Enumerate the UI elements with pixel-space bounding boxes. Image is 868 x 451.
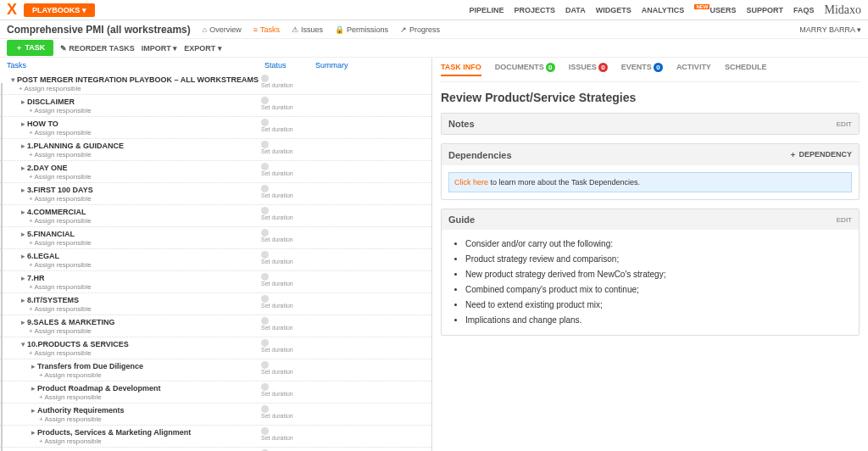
detail-tab-task-info[interactable]: TASK INFO <box>441 63 481 76</box>
status-dot[interactable] <box>261 251 269 259</box>
assign-responsible[interactable]: + Assign responsible <box>19 261 261 269</box>
set-duration[interactable]: Set duration <box>261 214 293 220</box>
tab-tasks[interactable]: ≡ Tasks <box>253 25 280 34</box>
detail-tab-activity[interactable]: ACTIVITY <box>676 63 711 76</box>
detail-tab-events[interactable]: EVENTS0 <box>621 63 663 76</box>
expand-icon[interactable]: ▸ <box>29 384 37 393</box>
task-row[interactable]: ▸9.SALES & MARKETING+ Assign responsible… <box>0 315 431 337</box>
set-duration[interactable]: Set duration <box>261 126 293 132</box>
assign-responsible[interactable]: + Assign responsible <box>19 305 261 313</box>
detail-tab-issues[interactable]: ISSUES0 <box>569 63 608 76</box>
expand-icon[interactable]: ▸ <box>29 428 37 437</box>
set-duration[interactable]: Set duration <box>261 347 293 353</box>
deps-learn-link[interactable]: Click here <box>454 178 488 187</box>
assign-responsible[interactable]: + Assign responsible <box>19 195 261 203</box>
task-row[interactable]: ▸DISCLAIMER+ Assign responsibleSet durat… <box>0 95 431 117</box>
set-duration[interactable]: Set duration <box>261 148 293 154</box>
expand-icon[interactable]: ▸ <box>19 296 27 304</box>
set-duration[interactable]: Set duration <box>261 170 293 176</box>
task-row[interactable]: ▾Product/Service Strategy+ Assign respon… <box>0 448 431 451</box>
expand-icon[interactable]: ▾ <box>19 340 27 348</box>
status-dot[interactable] <box>261 163 269 170</box>
set-duration[interactable]: Set duration <box>261 325 293 331</box>
status-dot[interactable] <box>261 185 269 192</box>
set-duration[interactable]: Set duration <box>261 281 293 287</box>
assign-responsible[interactable]: + Assign responsible <box>29 437 261 445</box>
tab-permissions[interactable]: 🔒 Permissions <box>335 25 388 34</box>
detail-tab-schedule[interactable]: SCHEDULE <box>725 63 767 76</box>
status-dot[interactable] <box>261 141 269 148</box>
col-tasks[interactable]: Tasks <box>7 61 264 70</box>
status-dot[interactable] <box>261 339 269 347</box>
task-row[interactable]: ▸3.FIRST 100 DAYS+ Assign responsibleSet… <box>0 183 431 205</box>
expand-icon[interactable]: ▸ <box>19 252 27 260</box>
set-duration[interactable]: Set duration <box>261 391 293 397</box>
set-duration[interactable]: Set duration <box>261 82 293 88</box>
tab-issues[interactable]: ⚠ Issues <box>292 25 323 34</box>
expand-icon[interactable]: ▸ <box>19 142 27 150</box>
expand-icon[interactable]: ▸ <box>29 406 37 415</box>
task-row[interactable]: ▸4.COMMERCIAL+ Assign responsibleSet dur… <box>0 205 431 227</box>
expand-icon[interactable]: ▸ <box>29 362 37 370</box>
col-status[interactable]: Status <box>264 61 315 70</box>
status-dot[interactable] <box>261 295 269 303</box>
status-dot[interactable] <box>261 97 269 104</box>
task-row[interactable]: ▸HOW TO+ Assign responsibleSet duration <box>0 117 431 139</box>
set-duration[interactable]: Set duration <box>261 435 293 441</box>
expand-icon[interactable]: ▸ <box>19 120 27 128</box>
status-dot[interactable] <box>261 119 269 126</box>
topnav-projects[interactable]: PROJECTS <box>515 6 556 14</box>
status-dot[interactable] <box>261 405 269 413</box>
import-button[interactable]: IMPORT ▾ <box>142 44 178 53</box>
assign-responsible[interactable]: + Assign responsible <box>19 107 261 114</box>
assign-responsible[interactable]: + Assign responsible <box>29 371 261 379</box>
expand-icon[interactable]: ▸ <box>19 164 27 172</box>
notes-edit-button[interactable]: EDIT <box>837 120 852 128</box>
status-dot[interactable] <box>261 427 269 435</box>
expand-icon[interactable]: ▸ <box>19 274 27 282</box>
assign-responsible[interactable]: + Assign responsible <box>19 239 261 247</box>
assign-responsible[interactable]: + Assign responsible <box>19 327 261 335</box>
topnav-pipeline[interactable]: PIPELINE <box>470 6 504 14</box>
set-duration[interactable]: Set duration <box>261 413 293 419</box>
task-row[interactable]: ▾POST MERGER INTEGRATION PLAYBOOK – ALL … <box>0 73 431 95</box>
task-row[interactable]: ▸6.LEGAL+ Assign responsibleSet duration <box>0 249 431 271</box>
task-row[interactable]: ▸8.IT/SYSTEMS+ Assign responsibleSet dur… <box>0 293 431 315</box>
set-duration[interactable]: Set duration <box>261 303 293 309</box>
assign-responsible[interactable]: + Assign responsible <box>29 415 261 423</box>
tab-overview[interactable]: ⌂ Overview <box>203 25 242 34</box>
assign-responsible[interactable]: + Assign responsible <box>19 151 261 159</box>
task-row[interactable]: ▸Product Roadmap & Development+ Assign r… <box>0 381 431 404</box>
expand-icon[interactable]: ▾ <box>8 75 17 84</box>
topnav-widgets[interactable]: WIDGETS <box>596 6 632 14</box>
status-dot[interactable] <box>261 229 269 237</box>
expand-icon[interactable]: ▸ <box>19 230 27 238</box>
topnav-support[interactable]: SUPPORT <box>746 6 783 14</box>
detail-tab-documents[interactable]: DOCUMENTS0 <box>495 63 555 76</box>
assign-responsible[interactable]: + Assign responsible <box>19 129 261 136</box>
set-duration[interactable]: Set duration <box>261 104 293 110</box>
export-button[interactable]: EXPORT ▾ <box>184 44 222 53</box>
expand-icon[interactable]: ▸ <box>19 97 27 106</box>
assign-responsible[interactable]: + Assign responsible <box>19 349 261 357</box>
status-dot[interactable] <box>261 383 269 391</box>
tab-progress[interactable]: ↗ Progress <box>400 25 440 34</box>
col-summary[interactable]: Summary <box>315 61 425 70</box>
set-duration[interactable]: Set duration <box>261 192 293 198</box>
task-row[interactable]: ▾10.PRODUCTS & SERVICES+ Assign responsi… <box>0 337 431 359</box>
topnav-data[interactable]: DATA <box>565 6 586 14</box>
task-row[interactable]: ▸Products, Services & Marketing Alignmen… <box>0 426 431 448</box>
expand-icon[interactable]: ▸ <box>19 318 27 326</box>
set-duration[interactable]: Set duration <box>261 237 293 242</box>
topnav-analytics[interactable]: ANALYTICSNEW <box>642 6 700 14</box>
status-dot[interactable] <box>261 361 269 369</box>
guide-edit-button[interactable]: EDIT <box>837 216 852 224</box>
assign-responsible[interactable]: + Assign responsible <box>29 393 261 401</box>
status-dot[interactable] <box>261 75 269 82</box>
status-dot[interactable] <box>261 273 269 281</box>
assign-responsible[interactable]: + Assign responsible <box>19 217 261 225</box>
task-row[interactable]: ▸Transfers from Due Diligence+ Assign re… <box>0 359 431 381</box>
status-dot[interactable] <box>261 207 269 214</box>
add-task-button[interactable]: ＋ TASK <box>7 40 53 56</box>
status-dot[interactable] <box>261 317 269 325</box>
